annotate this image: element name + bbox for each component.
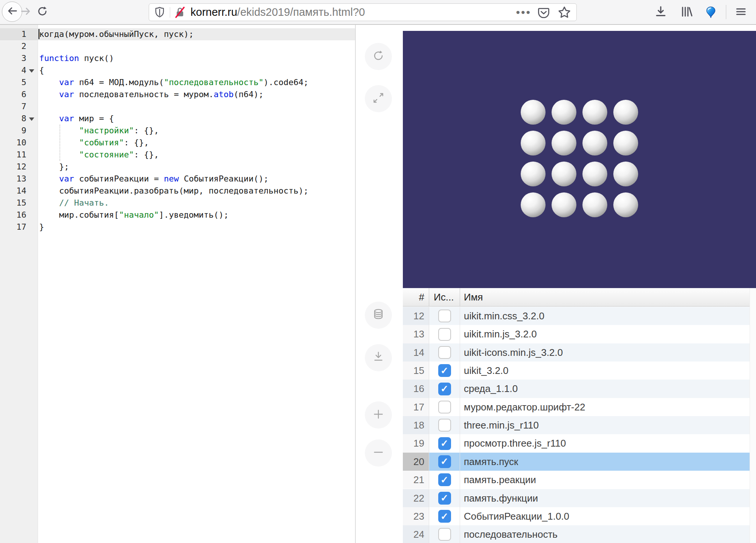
database-button[interactable] (365, 302, 392, 329)
row-number: 15 (403, 361, 429, 380)
use-checkbox[interactable] (438, 328, 451, 341)
table-row[interactable]: 17муром.редактор.шрифт-22 (403, 398, 750, 416)
header-name[interactable]: Имя (460, 288, 750, 306)
code-line[interactable]: 7 (0, 101, 355, 113)
menu-button[interactable] (733, 5, 748, 20)
fold-marker-icon[interactable] (29, 69, 34, 73)
url-domain: kornerr.ru (191, 6, 237, 18)
fold-marker-icon[interactable] (29, 117, 34, 121)
fullscreen-button[interactable] (365, 85, 392, 112)
code-line[interactable]: 11 "состояние": {}, (0, 149, 355, 161)
downloads-button[interactable] (653, 5, 668, 20)
sphere (552, 192, 576, 217)
code-line[interactable]: 12 }; (0, 161, 355, 173)
table-row[interactable]: 19✓просмотр.three.js_r110 (403, 434, 750, 452)
use-checkbox[interactable] (438, 419, 451, 432)
header-use[interactable]: Ис... (429, 288, 460, 306)
row-number: 23 (403, 507, 429, 525)
sphere (582, 162, 607, 186)
table-row[interactable]: 18three.min.js_r110 (403, 416, 750, 434)
code-line[interactable]: 1когда(муром.обычныйПуск, пуск); (0, 28, 355, 40)
line-number: 5 (0, 76, 26, 88)
module-name: просмотр.three.js_r110 (460, 434, 750, 452)
page-actions-icon[interactable]: ••• (516, 6, 531, 19)
table-row[interactable]: 21✓память.реакции (403, 471, 750, 489)
code-line[interactable]: 8 var мир = { (0, 113, 355, 125)
code-editor[interactable]: 1когда(муром.обычныйПуск, пуск);23functi… (0, 25, 355, 543)
code-line[interactable]: 15 // Начать. (0, 197, 355, 209)
use-checkbox[interactable] (438, 346, 451, 359)
table-row[interactable]: 20✓память.пуск (403, 453, 750, 471)
table-row[interactable]: 23✓СобытияРеакции_1.0.0 (403, 507, 750, 525)
render-canvas[interactable] (403, 31, 756, 288)
code-line[interactable]: 4{ (0, 64, 355, 76)
use-checkbox[interactable]: ✓ (438, 510, 451, 523)
reload-view-button[interactable] (365, 43, 392, 70)
use-checkbox[interactable] (438, 401, 451, 413)
editor-divider (355, 25, 356, 543)
code-text: var последовательность = муром.atob(п64)… (39, 88, 264, 101)
pocket-icon[interactable] (537, 6, 550, 19)
library-books-icon (679, 5, 693, 20)
zoom-in-button[interactable] (365, 401, 392, 429)
use-checkbox[interactable] (438, 310, 451, 322)
table-scrollbar[interactable] (750, 288, 756, 543)
library-button[interactable] (678, 5, 694, 20)
browser-toolbar: kornerr.ru/ekids2019/память.html?0 ••• (0, 0, 756, 25)
table-row[interactable]: 16✓среда_1.1.0 (403, 380, 750, 398)
extension-gem-button[interactable] (703, 5, 718, 20)
line-number: 7 (0, 101, 26, 113)
reload-button[interactable] (36, 6, 49, 18)
use-checkbox[interactable]: ✓ (438, 437, 451, 450)
code-line[interactable]: 13 var событияРеакции = new СобытияРеакц… (0, 173, 355, 185)
code-line[interactable]: 10 "события": {}, (0, 137, 355, 149)
use-checkbox[interactable]: ✓ (438, 383, 451, 395)
line-number: 12 (0, 161, 26, 173)
forward-arrow-icon (20, 6, 32, 18)
use-checkbox[interactable]: ✓ (438, 473, 451, 486)
line-number: 3 (0, 52, 26, 64)
code-line[interactable]: 3function пуск() (0, 52, 355, 64)
table-row[interactable]: 15✓uikit_3.2.0 (403, 361, 750, 380)
expand-arrows-icon (371, 90, 386, 107)
code-line[interactable]: 16 мир.события["начало"].уведомить(); (0, 209, 355, 221)
back-button[interactable] (2, 2, 22, 22)
line-number: 14 (0, 185, 26, 197)
sphere (582, 131, 607, 156)
line-number: 16 (0, 209, 26, 221)
code-line[interactable]: 17} (0, 221, 355, 233)
table-row[interactable]: 13uikit.min.js_3.2.0 (403, 325, 750, 343)
table-row[interactable]: 22✓память.функции (403, 489, 750, 507)
url-text[interactable]: kornerr.ru/ekids2019/память.html?0 (191, 6, 516, 18)
code-line[interactable]: 14 событияРеакции.разобрать(мир, последо… (0, 185, 355, 197)
url-bar[interactable]: kornerr.ru/ekids2019/память.html?0 ••• (149, 3, 577, 21)
use-cell: ✓ (429, 380, 460, 398)
code-line[interactable]: 6 var последовательность = муром.atob(п6… (0, 88, 355, 101)
module-name: uikit_3.2.0 (460, 361, 750, 380)
code-line[interactable]: 9 "настройки": {}, (0, 125, 355, 137)
forward-button[interactable] (20, 7, 32, 17)
row-number: 13 (403, 325, 429, 343)
use-checkbox[interactable]: ✓ (438, 455, 451, 468)
code-line[interactable]: 5 var п64 = МОД.модуль("последовательнос… (0, 76, 355, 88)
bookmark-star-icon[interactable] (558, 6, 571, 19)
header-number[interactable]: # (403, 288, 429, 306)
tracking-protection-shield-icon[interactable] (154, 6, 165, 18)
use-checkbox[interactable] (438, 528, 451, 541)
zoom-out-button[interactable] (365, 439, 392, 467)
line-number: 9 (0, 125, 26, 137)
download-button[interactable] (365, 344, 392, 371)
row-number: 19 (403, 434, 429, 452)
code-line[interactable]: 2 (0, 40, 355, 52)
use-checkbox[interactable]: ✓ (438, 364, 451, 377)
table-row[interactable]: 24последовательность (403, 525, 750, 543)
table-row[interactable]: 12uikit.min.css_3.2.0 (403, 307, 750, 325)
sphere (613, 131, 638, 156)
row-number: 20 (403, 453, 429, 471)
use-checkbox[interactable]: ✓ (438, 492, 451, 505)
insecure-lock-icon[interactable] (174, 6, 186, 18)
download-tray-icon (654, 5, 668, 20)
table-row[interactable]: 14uikit-icons.min.js_3.2.0 (403, 343, 750, 361)
sphere (582, 100, 607, 125)
hamburger-icon (735, 5, 747, 20)
